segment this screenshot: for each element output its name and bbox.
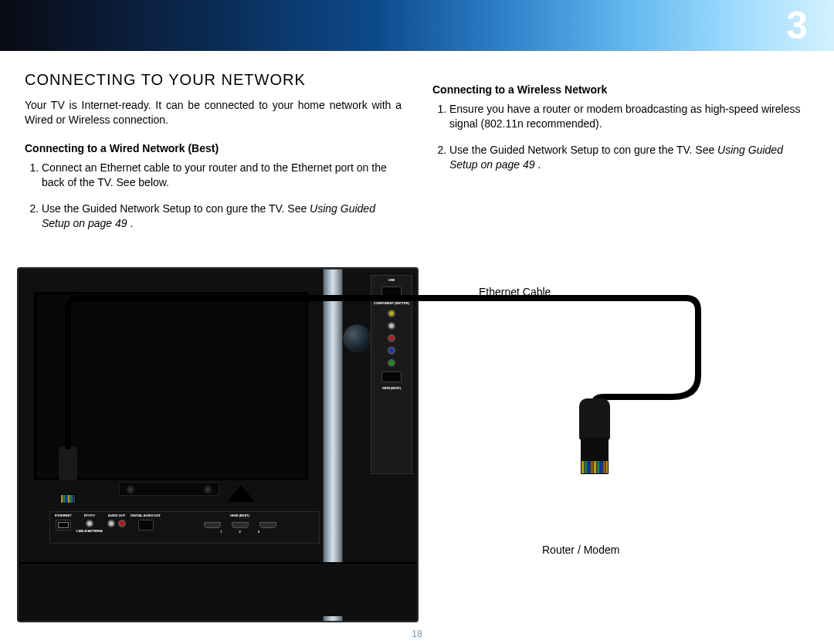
wireless-step-2: Use the Guided Network Setup to con gure… — [449, 143, 809, 172]
audio-l-icon — [107, 520, 115, 527]
chapter-header: 3 — [0, 0, 834, 51]
wired-steps: Connect an Ethernet cable to your router… — [25, 161, 402, 232]
tv-mount-hole — [343, 324, 371, 352]
usb-label: USB — [388, 279, 395, 282]
ethernet-label: ETHERNET — [55, 514, 72, 517]
cable-antenna-label: CABLE/ANTENNA — [76, 530, 103, 533]
intro-paragraph: Your TV is Internet-ready. It can be con… — [25, 98, 402, 127]
ethernet-port-icon — [56, 520, 71, 530]
hdmi1-num: 1 — [220, 530, 222, 534]
wired-step-2: Use the Guided Network Setup to con gure… — [42, 202, 402, 231]
tv-stand-bar — [119, 482, 219, 496]
content-columns: CONNECTING TO YOUR NETWORK Your TV is In… — [0, 51, 834, 243]
section-title: CONNECTING TO YOUR NETWORK — [25, 69, 402, 90]
component-w-icon — [388, 322, 395, 330]
side-port-panel: USB COMPONENT (BETTER) HDMI (BEST) — [371, 275, 412, 474]
router-modem-label: Router / Modem — [542, 544, 619, 556]
hdmi1-port-icon — [204, 522, 221, 528]
hdmi-bottom-label: HDMI (BEST) — [230, 514, 249, 517]
wired-step-2b: . — [130, 217, 133, 229]
usb-port-icon — [381, 286, 402, 297]
wired-heading: Connecting to a Wired Network (Best) — [25, 141, 402, 156]
wired-step-2a: Use the Guided Network Setup to con gure… — [42, 202, 310, 215]
hdmi2-num: 2 — [239, 530, 240, 534]
right-column: Connecting to a Wireless Network Ensure … — [432, 69, 809, 243]
dtv-label: DTV/TV — [84, 514, 95, 517]
wireless-heading: Connecting to a Wireless Network — [432, 83, 809, 97]
component-r-icon — [388, 334, 395, 342]
wireless-steps: Ensure you have a router or modem broadc… — [432, 102, 809, 173]
page-number-footer: 18 — [412, 629, 422, 639]
component-b-icon — [388, 347, 395, 354]
ethernet-cable-label: Ethernet Cable — [479, 286, 551, 298]
left-column: CONNECTING TO YOUR NETWORK Your TV is In… — [25, 69, 402, 243]
hdmi3-port-icon — [259, 522, 276, 528]
ethernet-plug-router-side — [571, 398, 618, 483]
digital-audio-label: DIGITAL AUDIO OUT — [131, 514, 161, 517]
component-label: COMPONENT (BETTER) — [374, 302, 409, 305]
component-g-icon — [388, 359, 395, 367]
triangle-icon — [227, 485, 255, 502]
tv-back-panel: USB COMPONENT (BETTER) HDMI (BEST) ETHER… — [17, 267, 419, 622]
optical-port-icon — [138, 520, 154, 530]
chapter-number: 3 — [786, 3, 808, 48]
hdmi3-num: 3 — [258, 530, 259, 534]
hdmi2-port-icon — [232, 522, 249, 528]
bottom-port-panel: ETHERNET DTV/TV CABLE/ANTENNA AUDIO OUT … — [49, 511, 320, 544]
audio-out-label: AUDIO OUT — [108, 514, 125, 517]
hdmi-side-label: HDMI (BEST) — [382, 387, 402, 390]
component-y-icon — [388, 310, 395, 317]
wireless-step-2a: Use the Guided Network Setup to con gure… — [449, 144, 717, 156]
tv-base — [19, 562, 419, 616]
wireless-step-2b: . — [537, 158, 541, 171]
connection-diagram: USB COMPONENT (BETTER) HDMI (BEST) ETHER… — [17, 267, 817, 622]
wired-step-1: Connect an Ethernet cable to your router… — [42, 161, 402, 190]
hdmi4-port-icon — [381, 371, 402, 382]
wireless-step-1: Ensure you have a router or modem broadc… — [449, 102, 809, 131]
coax-port-icon — [86, 520, 93, 527]
ethernet-plug-tv-side — [54, 446, 82, 514]
audio-r-icon — [118, 520, 126, 527]
